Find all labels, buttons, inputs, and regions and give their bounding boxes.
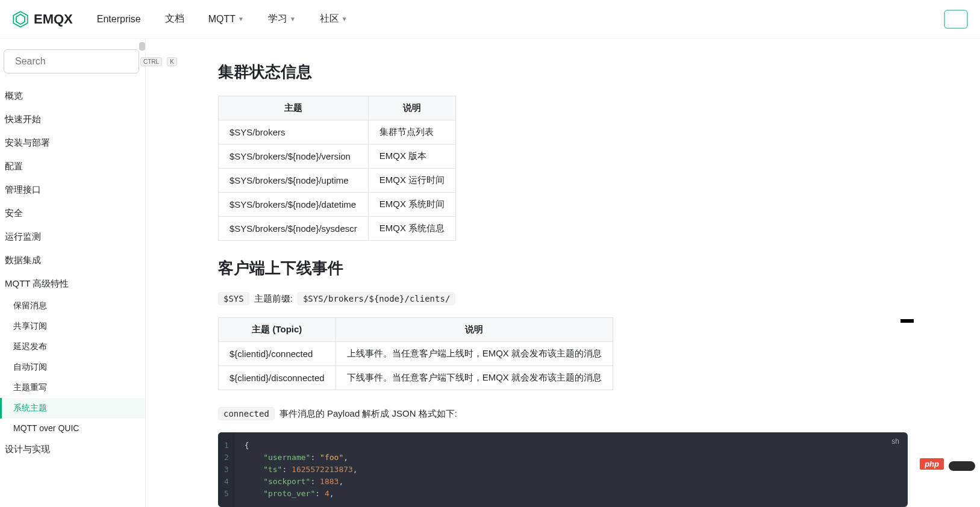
kbd-ctrl: CTRL [140,57,162,66]
sidebar-item[interactable]: 运行监测 [0,225,145,249]
sidebar-sub-item[interactable]: 保留消息 [0,296,145,316]
client-events-table: 主题 (Topic) 说明 ${clientid}/connected上线事件。… [218,317,613,390]
payload-desc: 事件消息的 Payload 解析成 JSON 格式如下: [279,408,457,420]
dark-pill-badge [949,461,975,471]
table-cell: 集群节点列表 [368,120,455,145]
top-nav: Enterprise 文档 MQTT▼ 学习▼ 社区▼ [97,13,348,25]
chevron-down-icon: ▼ [238,16,244,22]
table-cell: $SYS/brokers/${node}/datetime [219,193,369,217]
php-badge: php [920,458,944,470]
content: 集群状态信息 主题 说明 $SYS/brokers集群节点列表$SYS/brok… [146,39,980,507]
table-cell: ${clientid}/disconnected [219,366,336,390]
table-cell: ${clientid}/connected [219,342,336,366]
code-inline: $SYS [218,292,249,305]
floating-minus-icon[interactable] [900,319,914,323]
sidebar-item[interactable]: 安全 [0,202,145,225]
section1-title: 集群状态信息 [218,61,908,82]
code-block: sh 12345 { "username": "foo", "ts": 1625… [218,432,908,507]
chevron-down-icon: ▼ [342,16,348,22]
sidebar-item[interactable]: MQTT 高级特性 [0,272,145,296]
code-gutter: 12345 [218,432,235,507]
code-lang-label: sh [891,437,899,446]
table-header: 主题 [219,96,369,120]
table-cell: EMQX 版本 [368,145,455,169]
code-content: { "username": "foo", "ts": 1625572213873… [235,432,367,507]
emqx-logo-icon [12,11,29,28]
nav-learn[interactable]: 学习▼ [268,13,296,25]
table-header: 说明 [336,318,613,342]
chevron-down-icon: ▼ [290,16,296,22]
table-row: $SYS/brokers/${node}/datetimeEMQX 系统时间 [219,193,456,217]
table-row: ${clientid}/connected上线事件。当任意客户端上线时，EMQX… [219,342,613,366]
table-row: $SYS/brokers/${node}/versionEMQX 版本 [219,145,456,169]
table-row: ${clientid}/disconnected下线事件。当任意客户端下线时，E… [219,366,613,390]
kbd-k: K [167,57,177,66]
sidebar-item[interactable]: 配置 [0,155,145,178]
table-header: 说明 [368,96,455,120]
table-cell: $SYS/brokers/${node}/sysdescr [219,217,369,241]
table-row: $SYS/brokers/${node}/uptimeEMQX 运行时间 [219,169,456,193]
code-inline: connected [218,407,275,420]
sidebar-item[interactable]: 安装与部署 [0,131,145,155]
sidebar-sub-item[interactable]: 自动订阅 [0,357,145,378]
cluster-status-table: 主题 说明 $SYS/brokers集群节点列表$SYS/brokers/${n… [218,96,456,241]
code-inline: $SYS/brokers/${node}/clients/ [298,292,455,305]
topic-prefix-line: $SYS 主题前缀: $SYS/brokers/${node}/clients/ [218,292,908,305]
section2-title: 客户端上下线事件 [218,258,908,279]
sidebar-item[interactable]: 设计与实现 [0,438,145,461]
table-cell: EMQX 系统时间 [368,193,455,217]
sidebar: CTRL K 概览快速开始安装与部署配置管理接口安全运行监测数据集成MQTT 高… [0,39,146,507]
table-row: $SYS/brokers集群节点列表 [219,120,456,145]
sidebar-item[interactable]: 概览 [0,84,145,108]
table-cell: 上线事件。当任意客户端上线时，EMQX 就会发布该主题的消息 [336,342,613,366]
table-row: $SYS/brokers/${node}/sysdescrEMQX 系统信息 [219,217,456,241]
table-cell: $SYS/brokers [219,120,369,145]
sidebar-item[interactable]: 数据集成 [0,249,145,272]
sidebar-sub-item[interactable]: 系统主题 [0,398,145,418]
nav-enterprise[interactable]: Enterprise [97,13,141,25]
header-right-button[interactable] [944,10,968,29]
payload-desc-line: connected 事件消息的 Payload 解析成 JSON 格式如下: [218,407,908,420]
sidebar-item[interactable]: 快速开始 [0,108,145,131]
svg-marker-1 [16,14,25,23]
table-cell: EMQX 运行时间 [368,169,455,193]
table-cell: 下线事件。当任意客户端下线时，EMQX 就会发布该主题的消息 [336,366,613,390]
nav-community[interactable]: 社区▼ [320,13,348,25]
table-cell: $SYS/brokers/${node}/version [219,145,369,169]
table-cell: $SYS/brokers/${node}/uptime [219,169,369,193]
nav-mqtt[interactable]: MQTT▼ [208,13,244,25]
table-cell: EMQX 系统信息 [368,217,455,241]
search-box[interactable]: CTRL K [4,49,139,73]
sidebar-item[interactable]: 管理接口 [0,178,145,202]
sidebar-sub-item[interactable]: 共享订阅 [0,316,145,337]
brand[interactable]: EMQX [12,11,73,28]
brand-text: EMQX [34,11,73,27]
sidebar-sub-item[interactable]: 延迟发布 [0,337,145,357]
nav-docs[interactable]: 文档 [165,13,184,25]
search-input[interactable] [15,56,136,67]
top-header: EMQX Enterprise 文档 MQTT▼ 学习▼ 社区▼ [0,0,980,39]
sidebar-sub-item[interactable]: MQTT over QUIC [0,418,145,438]
scrollbar[interactable] [139,42,145,51]
table-header: 主题 (Topic) [219,318,336,342]
prefix-label: 主题前缀: [254,293,293,305]
sidebar-sub-item[interactable]: 主题重写 [0,378,145,398]
